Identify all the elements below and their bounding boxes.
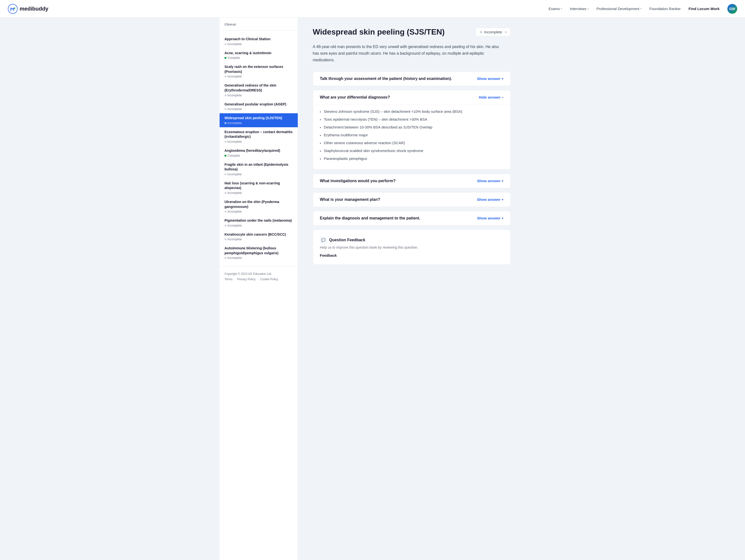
sidebar-item-agep[interactable]: Generalised pustular eruption (AGEP) Inc… — [220, 99, 298, 114]
show-answer-3-button[interactable]: Show answer + — [477, 179, 504, 183]
nav-find-locum-work[interactable]: Find Locum Work — [689, 7, 719, 11]
header: medibuddy Exams ▾ Interviews ▾ Professio… — [0, 0, 745, 18]
main-layout: Clinical Approach to Clinical Station In… — [216, 18, 529, 560]
question-2-text: What are your differential diagnoses? — [320, 95, 390, 99]
sidebar-item-contact-dermatitis[interactable]: Eczematous eruption – contact dermatitis… — [220, 127, 298, 146]
status-dot-incomplete — [225, 225, 226, 226]
status-dot-incomplete — [225, 94, 226, 96]
question-card-2: What are your differential diagnoses? Hi… — [313, 90, 511, 170]
list-item: Paraneoplastic pemphigus — [320, 156, 504, 162]
feedback-label: Feedback — [320, 253, 337, 257]
answer-content-2: Stevens-Johnson syndrome (SJS) – skin de… — [313, 104, 511, 169]
list-item: Stevens-Johnson syndrome (SJS) – skin de… — [320, 108, 504, 115]
nav-area: Exams ▾ Interviews ▾ Professional Develo… — [549, 4, 737, 14]
app-container: medibuddy Exams ▾ Interviews ▾ Professio… — [0, 0, 745, 560]
footer-links: Terms · Privacy Policy · Cookie Policy — [225, 278, 293, 281]
sidebar-item-pyoderma[interactable]: Ulceration on the shin (Pyoderma gangren… — [220, 197, 298, 216]
incomplete-dot — [480, 31, 482, 33]
chevron-down-icon: ▾ — [640, 7, 642, 10]
avatar[interactable]: GW — [727, 4, 737, 14]
content-area: Widespread skin peeling (SJS/TEN) Incomp… — [298, 18, 525, 560]
question-card-5-header: Explain the diagnosis and management to … — [313, 211, 511, 225]
feedback-subtitle: Help us to improve this question bank by… — [320, 245, 504, 249]
list-item: Other severe cutaneous adverse reaction … — [320, 140, 504, 146]
status-dot-incomplete — [225, 43, 226, 45]
status-dot-incomplete — [225, 173, 226, 175]
list-item: Staphylococcal scalded skin syndrome/tox… — [320, 148, 504, 154]
question-3-text: What investigations would you perform? — [320, 179, 395, 183]
feedback-header: 💬 Question Feedback — [320, 237, 504, 244]
status-label: Incomplete — [484, 30, 502, 34]
nav-exams[interactable]: Exams ▾ — [549, 7, 562, 11]
status-dot-complete — [225, 155, 226, 157]
terms-link[interactable]: Terms — [225, 278, 233, 281]
sidebar-item-bcc-scc[interactable]: Keratinocyte skin cancers (BCC/SCC) Inco… — [220, 230, 298, 244]
sidebar: Clinical Approach to Clinical Station In… — [220, 18, 298, 560]
page-header: Widespread skin peeling (SJS/TEN) Incomp… — [313, 27, 511, 36]
question-card-3: What investigations would you perform? S… — [313, 174, 511, 188]
question-card-1: Talk through your assessment of the pati… — [313, 71, 511, 86]
hide-answer-2-button[interactable]: Hide answer – — [479, 95, 504, 99]
question-card-1-header: Talk through your assessment of the pati… — [313, 71, 511, 86]
status-dot-incomplete — [225, 211, 226, 213]
sidebar-item-acne[interactable]: Acne, scarring & isotretinoin Complete — [220, 48, 298, 62]
feedback-title: Question Feedback — [329, 238, 365, 242]
sidebar-item-approach[interactable]: Approach to Clinical Station Incomplete — [220, 34, 298, 48]
question-card-5: Explain the diagnosis and management to … — [313, 211, 511, 225]
status-dot-incomplete — [225, 192, 226, 194]
chevron-down-icon: ▾ — [587, 7, 589, 10]
nav-foundation-ranker[interactable]: Foundation Ranker — [649, 7, 681, 11]
cookie-link[interactable]: Cookie Policy — [260, 278, 278, 281]
question-5-text: Explain the diagnosis and management to … — [320, 216, 420, 220]
nav-interviews[interactable]: Interviews ▾ — [570, 7, 589, 11]
question-card-2-header: What are your differential diagnoses? Hi… — [313, 90, 511, 104]
sidebar-footer: Copyright © 2023 AG Education Ltd. Terms… — [220, 266, 298, 285]
logo-area: medibuddy — [8, 4, 48, 14]
status-dot-complete — [225, 57, 226, 59]
show-answer-5-button[interactable]: Show answer + — [477, 216, 504, 220]
sidebar-item-sjs-ten[interactable]: Widespread skin peeling (SJS/TEN) Incomp… — [220, 113, 298, 127]
sidebar-item-epidermolysis[interactable]: Fragile skin in an infant (Epidermolysis… — [220, 160, 298, 179]
sidebar-item-psoriasis[interactable]: Scaly rash on the extensor surfaces (Pso… — [220, 62, 298, 81]
chevron-down-icon: ▾ — [561, 7, 562, 10]
sidebar-item-autoimmune-blistering[interactable]: Autoimmune blistering (bullous pemphigoi… — [220, 244, 298, 262]
question-card-4: What is your management plan? Show answe… — [313, 192, 511, 207]
page-title: Widespread skin peeling (SJS/TEN) — [313, 27, 445, 36]
show-answer-1-button[interactable]: Show answer + — [477, 76, 504, 81]
question-card-3-header: What investigations would you perform? S… — [313, 174, 511, 188]
status-dot-incomplete — [225, 141, 226, 143]
feedback-icon: 💬 — [320, 237, 327, 244]
intro-text: A 48-year-old man presents to the ED ver… — [313, 43, 504, 63]
question-4-text: What is your management plan? — [320, 197, 380, 202]
sidebar-section-label: Clinical — [220, 23, 298, 29]
sidebar-item-hair-loss[interactable]: Hair loss (scarring & non-scarring alope… — [220, 179, 298, 197]
status-dot-incomplete — [225, 75, 226, 77]
status-dot-incomplete — [225, 122, 226, 124]
sidebar-item-melanoma[interactable]: Pigmentation under the nails (melanoma) … — [220, 216, 298, 230]
list-item: Toxic epidermal necrolysis (TEN) – skin … — [320, 117, 504, 122]
logo-text: medibuddy — [20, 6, 48, 12]
copyright-text: Copyright © 2023 AG Education Ltd. — [225, 272, 293, 276]
show-answer-4-button[interactable]: Show answer + — [477, 197, 504, 201]
privacy-link[interactable]: Privacy Policy — [237, 278, 256, 281]
feedback-card: 💬 Question Feedback Help us to improve t… — [313, 229, 511, 265]
sidebar-item-dress[interactable]: Generalised redness of the skin (Erythro… — [220, 81, 298, 99]
chevron-down-icon: ▾ — [505, 30, 507, 34]
question-card-4-header: What is your management plan? Show answe… — [313, 192, 511, 207]
list-item: Detachment between 10-30% BSA described … — [320, 124, 504, 130]
status-dot-incomplete — [225, 238, 226, 240]
status-dot-incomplete — [225, 108, 226, 110]
logo-icon — [8, 4, 18, 14]
answer-list-2: Stevens-Johnson syndrome (SJS) – skin de… — [320, 105, 504, 162]
status-badge-dropdown[interactable]: Incomplete ▾ — [476, 28, 511, 36]
list-item: Erythema multiforme major — [320, 132, 504, 138]
status-dot-incomplete — [225, 257, 226, 259]
question-1-text: Talk through your assessment of the pati… — [320, 76, 452, 81]
sidebar-item-angioedema[interactable]: Angioedema (hereditary/acquired) Complet… — [220, 146, 298, 160]
nav-professional-development[interactable]: Professional Development ▾ — [596, 7, 642, 11]
